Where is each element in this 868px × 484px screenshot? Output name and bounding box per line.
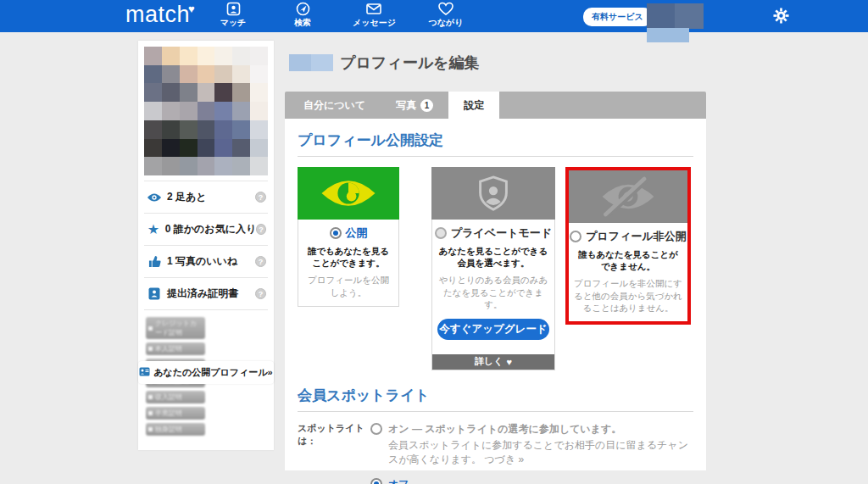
card-public-label: 公開 (346, 225, 368, 241)
upgrade-now-button[interactable]: 今すぐアップグレード (437, 319, 549, 340)
help-icon[interactable]: ? (256, 224, 266, 235)
visibility-cards: 公開 誰でもあなたを見ることができます。 プロフィールを公開しよう。 プライベー… (298, 167, 693, 370)
stat-label: 提出済み証明書 (167, 287, 255, 301)
censored-profile-photo (144, 47, 268, 175)
card-private-mode: プライベートモード あなたを見ることができる会員を選べます。 やりとりのある会員… (431, 167, 555, 370)
top-navbar: match♥ マッチ 検索 メッセージ つながり 有料サービス (0, 0, 868, 32)
divider (298, 411, 693, 412)
settings-panel: プロフィール公開設定 公開 誰でもあなたを見ることができます。 プロフィールを公… (285, 119, 706, 470)
help-icon[interactable]: ? (255, 288, 266, 299)
public-profile-button[interactable]: あなたの公開プロフィール» (138, 361, 274, 384)
help-icon[interactable]: ? (255, 256, 266, 267)
settings-gear-icon[interactable] (773, 8, 789, 27)
nav-label: つながり (428, 17, 463, 29)
card-hidden-gray-text: プロフィールを非公開にすると他の会員から気づかれることはありません。 (574, 277, 682, 314)
card-hidden-label: プロフィール非公開 (586, 229, 687, 244)
stat-label: 1 写真のいいね (167, 254, 255, 269)
public-eye-icon (298, 167, 399, 220)
card-profile-hidden: プロフィール非公開 誰もあなたを見ることができません。 プロフィールを非公開にす… (565, 167, 691, 325)
nav-label: メッセージ (353, 17, 396, 29)
paid-services-button[interactable]: 有料サービス (583, 8, 652, 26)
card-public-bold-text: 誰でもあなたを見ることができます。 (303, 245, 393, 269)
page-title: プロフィールを編集 (340, 53, 480, 73)
shield-icon (431, 167, 555, 220)
stat-certificates[interactable]: 提出済み証明書 ? (144, 277, 268, 309)
logo-heart-icon: ♥ (188, 3, 195, 15)
search-icon (296, 2, 310, 16)
page-title-row: プロフィールを編集 (289, 53, 480, 73)
tab-settings[interactable]: 設定 (448, 92, 499, 119)
radio-spotlight-off[interactable] (370, 478, 382, 484)
spotlight-section: 会員スポットライト スポットライトは： オン — スポットライトの選考に参加して… (298, 386, 693, 484)
card-private-gray-text: やりとりのある会員のみあたなを見ることができます。 (437, 274, 549, 310)
stat-photo-likes[interactable]: 1 写真のいいね ? (144, 245, 268, 277)
id-card-icon (139, 367, 150, 378)
nav-search[interactable]: 検索 (283, 2, 322, 29)
badge-income[interactable]: 収入証明 (146, 391, 205, 403)
card-public-gray-text: プロフィールを公開しよう。 (303, 274, 393, 298)
card-hidden-bold-text: 誰もあなたを見ることができません。 (574, 248, 682, 272)
nav-label: 検索 (294, 17, 311, 29)
card-private-bold-text: あなたを見ることができる会員を選べます。 (437, 245, 549, 269)
censored-profile-name (289, 54, 333, 71)
connections-heart-icon (438, 2, 453, 16)
message-icon (366, 2, 381, 16)
eye-icon (146, 192, 163, 203)
spotlight-option-off: オフ あなたのプロフィールがMatch.comおよびパートナー広告に掲載されるこ… (370, 477, 693, 484)
censored-user-avatar (647, 3, 704, 29)
thumbs-up-icon (146, 255, 163, 268)
hidden-eye-icon (569, 170, 687, 223)
photo-count-badge: 1 (420, 99, 433, 112)
stat-footprints[interactable]: 2 足あと ? (144, 181, 268, 213)
badge-single[interactable]: 独身証明 (146, 423, 205, 436)
learn-more-bar[interactable]: 詳しく ♥ (432, 354, 554, 370)
continue-link[interactable]: つづき » (484, 453, 524, 465)
spotlight-on-label: オン — スポットライトの選考に参加しています。 (388, 422, 693, 437)
radio-profile-hidden[interactable] (570, 231, 581, 242)
stat-favorites[interactable]: ★ 0 誰かのお気に入り ? (144, 213, 268, 245)
spotlight-option-on: オン — スポットライトの選考に参加しています。 会員スポットライトに参加するこ… (370, 422, 693, 468)
certificate-icon (146, 287, 163, 300)
badge-credit-card[interactable]: クレジットカード証明 (146, 317, 205, 339)
card-private-label: プライベートモード (451, 225, 552, 241)
match-card-icon (226, 2, 241, 16)
divider (298, 156, 693, 157)
badge-identity[interactable]: 本人証明 (146, 342, 205, 355)
radio-public[interactable] (330, 227, 342, 239)
profile-sidebar: 2 足あと ? ★ 0 誰かのお気に入り ? 1 写真のいいね ? 提出済み証明… (138, 41, 274, 450)
censored-user-name (647, 28, 689, 42)
radio-spotlight-on[interactable] (370, 423, 382, 435)
tab-photos[interactable]: 写真1 (381, 92, 448, 119)
radio-private-mode[interactable] (435, 227, 447, 239)
spotlight-on-desc: 会員スポットライトに参加することでお相手の目に留まるチャンスが高くなります。 つ… (388, 438, 693, 468)
nav-messages[interactable]: メッセージ (353, 2, 396, 29)
spotlight-row-label: スポットライトは： (298, 422, 370, 484)
spotlight-heading: 会員スポットライト (298, 386, 693, 405)
tab-about-me[interactable]: 自分について (288, 92, 381, 119)
help-icon[interactable]: ? (255, 192, 266, 203)
nav-connections[interactable]: つながり (426, 2, 465, 29)
badge-graduation[interactable]: 卒業証明 (146, 407, 205, 420)
match-logo[interactable]: match♥ (125, 2, 197, 28)
nav-match[interactable]: マッチ (214, 2, 253, 29)
main-nav: マッチ 検索 メッセージ つながり (214, 2, 465, 29)
star-icon: ★ (146, 223, 161, 236)
heart-chevron-icon: ♥ (506, 357, 512, 367)
nav-label: マッチ (220, 17, 247, 29)
stat-label: 0 誰かのお気に入り (165, 222, 256, 236)
privacy-section-heading: プロフィール公開設定 (298, 131, 693, 150)
spotlight-off-label: オフ (388, 477, 693, 484)
profile-edit-tabs: 自分について 写真1 設定 (285, 92, 706, 119)
stat-label: 2 足あと (167, 190, 255, 204)
card-public: 公開 誰でもあなたを見ることができます。 プロフィールを公開しよう。 (298, 167, 399, 307)
